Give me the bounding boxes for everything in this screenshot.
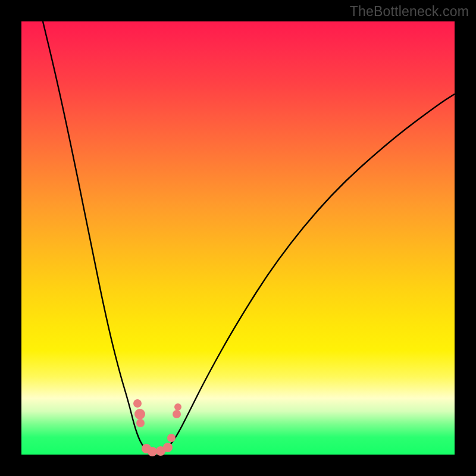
marker-dot: [148, 447, 157, 456]
watermark-text: TheBottleneck.com: [350, 4, 469, 20]
marker-dot: [167, 434, 176, 442]
chart-frame: TheBottleneck.com: [0, 0, 476, 476]
marker-dot: [163, 443, 173, 452]
marker-dot: [174, 403, 181, 411]
marker-dot: [136, 419, 145, 427]
marker-dot: [133, 399, 142, 408]
bottleneck-curve: [43, 21, 455, 453]
marker-dot: [173, 410, 181, 418]
marker-dots: [133, 399, 181, 456]
curve-lines: [43, 21, 455, 453]
curve-svg: [21, 21, 455, 455]
marker-dot: [134, 409, 145, 419]
plot-area: [21, 21, 455, 455]
